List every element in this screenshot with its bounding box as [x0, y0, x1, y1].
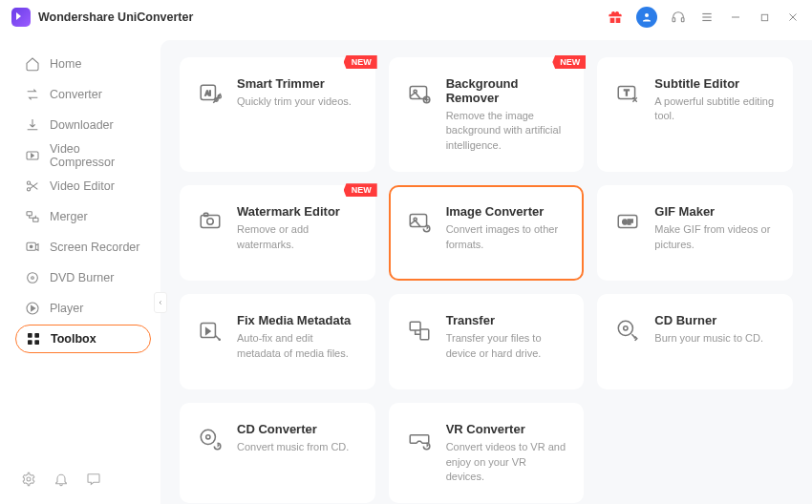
- svg-rect-14: [33, 218, 38, 221]
- svg-rect-23: [34, 340, 39, 345]
- svg-text:T: T: [625, 88, 630, 97]
- tool-desc: Quickly trim your videos.: [237, 94, 352, 109]
- toolbox-icon: [26, 331, 41, 346]
- tool-fix-metadata[interactable]: Fix Media Metadata Auto-fix and edit met…: [180, 294, 375, 389]
- new-badge: NEW: [552, 55, 586, 69]
- headset-icon[interactable]: [671, 10, 686, 25]
- sidebar-footer: [0, 462, 160, 496]
- scissors-icon: [25, 178, 40, 194]
- menu-icon[interactable]: [699, 10, 715, 25]
- sidebar-item-converter[interactable]: Converter: [15, 80, 151, 109]
- sidebar-item-label: Video Compressor: [50, 142, 141, 169]
- tool-title: Subtitle Editor: [654, 76, 776, 91]
- sidebar-item-video-editor[interactable]: Video Editor: [15, 172, 151, 200]
- svg-point-24: [27, 477, 31, 481]
- tool-title: CD Converter: [237, 422, 349, 436]
- maximize-icon[interactable]: [757, 10, 772, 25]
- tool-cd-converter[interactable]: CD Converter Convert music from CD.: [180, 403, 375, 503]
- svg-point-35: [207, 219, 214, 225]
- new-badge: NEW: [344, 183, 377, 197]
- tool-cd-burner[interactable]: CD Burner Burn your music to CD.: [597, 294, 793, 389]
- tool-desc: Convert videos to VR and enjoy on your V…: [446, 440, 567, 484]
- cd-burner-icon: [614, 317, 641, 344]
- svg-point-45: [619, 321, 633, 335]
- sidebar-item-player[interactable]: Player: [15, 294, 151, 323]
- svg-point-48: [206, 435, 210, 439]
- app-window: Wondershare UniConverter: [0, 0, 812, 504]
- comment-icon[interactable]: [86, 472, 101, 487]
- tool-desc: Remove or add watermarks.: [237, 222, 358, 252]
- tool-smart-trimmer[interactable]: NEW AI Smart Trimmer Quickly trim your v…: [180, 57, 375, 172]
- main-area: Home Converter Downloader: [0, 34, 812, 504]
- minimize-icon[interactable]: [728, 10, 743, 25]
- tool-vr-converter[interactable]: VR Converter Convert videos to VR and en…: [389, 403, 585, 503]
- sidebar-item-dvd-burner[interactable]: DVD Burner: [15, 263, 151, 292]
- collapse-sidebar-button[interactable]: [154, 292, 167, 313]
- tool-title: Watermark Editor: [237, 204, 358, 219]
- sidebar-item-label: Player: [50, 302, 83, 315]
- compress-icon: [25, 148, 40, 163]
- tool-desc: Make GIF from videos or pictures.: [654, 222, 776, 252]
- sidebar-item-merger[interactable]: Merger: [15, 202, 151, 231]
- tool-desc: Convert music from CD.: [237, 440, 349, 454]
- new-badge: NEW: [344, 55, 377, 69]
- svg-point-17: [28, 273, 38, 284]
- svg-rect-43: [410, 323, 420, 331]
- tool-title: Image Converter: [446, 204, 567, 219]
- svg-rect-20: [28, 333, 32, 338]
- svg-rect-44: [420, 329, 429, 340]
- sidebar-item-label: Converter: [50, 88, 102, 101]
- svg-rect-1: [673, 18, 675, 22]
- tool-title: CD Burner: [654, 313, 763, 327]
- tool-desc: Convert images to other formats.: [446, 222, 567, 252]
- tool-title: VR Converter: [446, 422, 567, 436]
- cd-converter-icon: [197, 426, 224, 452]
- sidebar-item-downloader[interactable]: Downloader: [15, 111, 151, 139]
- sidebar-item-label: DVD Burner: [50, 271, 114, 284]
- transfer-icon: [406, 317, 433, 344]
- tool-title: Background Remover: [446, 76, 567, 105]
- sidebar-item-label: Home: [50, 57, 81, 71]
- titlebar-left: Wondershare UniConverter: [11, 8, 193, 27]
- content-area: NEW AI Smart Trimmer Quickly trim your v…: [160, 40, 812, 504]
- tools-grid: NEW AI Smart Trimmer Quickly trim your v…: [180, 57, 793, 503]
- tool-title: Fix Media Metadata: [237, 313, 358, 327]
- tool-transfer[interactable]: Transfer Transfer your files to device o…: [389, 294, 585, 389]
- tool-background-remover[interactable]: NEW Background Remover Remove the image …: [389, 57, 585, 172]
- gift-icon[interactable]: [608, 10, 623, 25]
- tool-desc: Transfer your files to device or hard dr…: [446, 331, 567, 361]
- smart-trimmer-icon: AI: [197, 80, 224, 107]
- tool-watermark-editor[interactable]: NEW Watermark Editor Remove or add water…: [180, 185, 375, 281]
- sidebar-item-label: Downloader: [50, 118, 114, 132]
- tool-subtitle-editor[interactable]: T Subtitle Editor A powerful subtitle ed…: [597, 57, 793, 172]
- tool-gif-maker[interactable]: GIF GIF Maker Make GIF from videos or pi…: [597, 185, 793, 281]
- tool-title: GIF Maker: [654, 204, 776, 219]
- user-avatar-icon[interactable]: [636, 7, 657, 28]
- close-icon[interactable]: [785, 10, 801, 25]
- record-icon: [25, 240, 40, 255]
- bell-icon[interactable]: [53, 472, 69, 487]
- app-title: Wondershare UniConverter: [38, 10, 193, 24]
- background-remover-icon: [406, 80, 433, 107]
- titlebar: Wondershare UniConverter: [0, 0, 812, 34]
- svg-point-42: [219, 339, 220, 340]
- watermark-icon: [197, 208, 224, 235]
- settings-icon[interactable]: [21, 472, 36, 487]
- sidebar-item-video-compressor[interactable]: Video Compressor: [15, 141, 151, 170]
- svg-text:GIF: GIF: [623, 219, 633, 225]
- sidebar-item-toolbox[interactable]: Toolbox: [15, 325, 151, 353]
- svg-rect-7: [761, 14, 767, 20]
- metadata-icon: [197, 317, 224, 344]
- sidebar-item-label: Merger: [50, 210, 88, 223]
- titlebar-right: [608, 7, 801, 28]
- svg-point-0: [645, 13, 649, 17]
- sidebar-item-home[interactable]: Home: [15, 50, 151, 78]
- tool-image-converter[interactable]: Image Converter Convert images to other …: [389, 185, 585, 281]
- tool-desc: Auto-fix and edit metadata of media file…: [237, 331, 358, 361]
- sidebar-item-screen-recorder[interactable]: Screen Recorder: [15, 233, 151, 262]
- sidebar-item-label: Video Editor: [50, 179, 115, 193]
- sidebar-item-label: Toolbox: [51, 332, 96, 346]
- converter-icon: [25, 87, 40, 102]
- svg-point-16: [30, 245, 32, 248]
- sidebar: Home Converter Downloader: [0, 34, 160, 504]
